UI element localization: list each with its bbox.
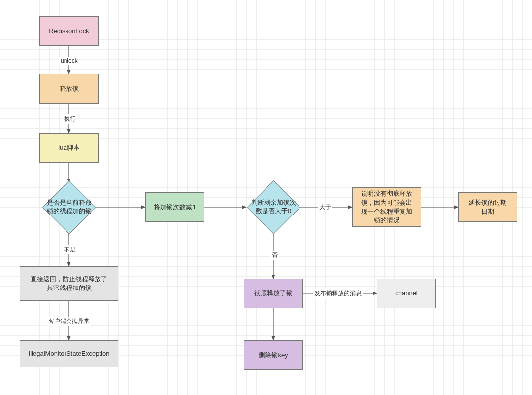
node-label: 彻底释放了锁: [254, 289, 293, 298]
node-count-gt-zero: 判断剩余加锁次数是否大于0: [246, 180, 300, 234]
node-not-fully-released: 说明没有彻底释放锁，因为可能会出现一个线程重复加锁的情况: [352, 187, 421, 227]
edge-label-unlock: unlock: [59, 57, 79, 65]
node-label: 将加锁次数减1: [154, 203, 196, 212]
node-delete-key: 删除锁key: [244, 340, 303, 370]
edge-label-publish: 发布锁释放的消息: [313, 289, 363, 298]
edge-label-not: 不是: [63, 245, 77, 254]
node-label: 是否是当前释放锁的线程加的锁: [43, 199, 96, 215]
node-fully-released: 彻底释放了锁: [244, 279, 303, 308]
node-redisson-lock: RedissonLock: [39, 16, 99, 46]
node-release-lock: 释放锁: [39, 74, 99, 104]
edge-label-exec: 执行: [63, 114, 77, 124]
node-label: 判断剩余加锁次数是否大于0: [247, 199, 300, 215]
node-decrement-count: 将加锁次数减1: [145, 192, 204, 222]
node-extend-expiry: 延长锁的过期日期: [458, 192, 517, 222]
node-label: RedissonLock: [49, 27, 89, 36]
edge-label-client-throw: 客户端会抛异常: [47, 317, 91, 326]
node-is-current-thread: 是否是当前释放锁的线程加的锁: [42, 180, 96, 234]
edge-label-no: 否: [270, 251, 279, 260]
node-label: 说明没有彻底释放锁，因为可能会出现一个线程重复加锁的情况: [361, 189, 412, 225]
node-label: lua脚本: [58, 144, 79, 152]
node-label: 释放锁: [60, 84, 79, 93]
node-illegal-exception: IllegalMonitorStateException: [20, 340, 118, 367]
edge-label-gt: 大于: [318, 203, 332, 212]
node-direct-return: 直接返回，防止线程释放了其它线程加的锁: [20, 266, 118, 301]
node-label: 延长锁的过期日期: [468, 198, 507, 216]
node-label: 直接返回，防止线程释放了其它线程加的锁: [31, 275, 107, 292]
node-lua-script: lua脚本: [39, 133, 99, 163]
node-label: 删除锁key: [259, 351, 288, 359]
node-channel: channel: [377, 279, 436, 308]
node-label: IllegalMonitorStateException: [29, 349, 110, 358]
node-label: channel: [395, 289, 418, 298]
